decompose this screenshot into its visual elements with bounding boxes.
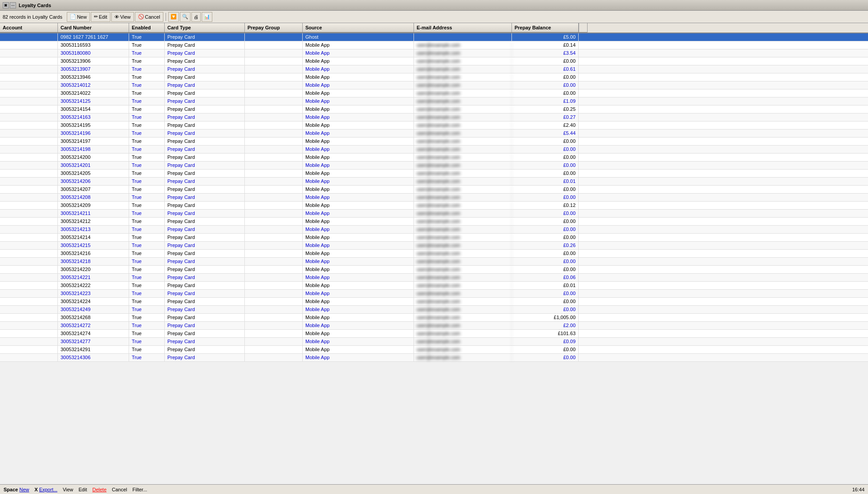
status-export-link[interactable]: Export...	[39, 487, 57, 492]
table-row[interactable]: 30053214196TruePrepay CardMobile Appuser…	[0, 130, 868, 138]
table-row[interactable]: 30053214207TruePrepay CardMobile Appuser…	[0, 186, 868, 194]
table-row[interactable]: 30053214198TruePrepay CardMobile Appuser…	[0, 146, 868, 154]
table-row[interactable]: 30053214224TruePrepay CardMobile Appuser…	[0, 298, 868, 306]
cell-card-type: Prepay Card	[165, 210, 245, 217]
table-row[interactable]: 30053213906TruePrepay CardMobile Appuser…	[0, 57, 868, 65]
table-row[interactable]: 30053214249TruePrepay CardMobile Appuser…	[0, 306, 868, 314]
cell-account	[0, 49, 58, 57]
cell-card-type: Prepay Card	[165, 121, 245, 129]
cell-card-number: 30053214291	[58, 346, 129, 353]
print-icon-btn[interactable]: 🖨	[191, 12, 201, 22]
status-delete-link[interactable]: Delete	[93, 487, 107, 492]
table-row[interactable]: 0982 1627 7261 1627TruePrepay CardGhost£…	[0, 33, 868, 41]
cell-email: user@example.com	[414, 210, 512, 217]
table-row[interactable]: 30053214216TruePrepay CardMobile Appuser…	[0, 250, 868, 258]
table-row[interactable]: 30053214215TruePrepay CardMobile Appuser…	[0, 242, 868, 250]
cell-card-number: 30053214207	[58, 186, 129, 193]
table-row[interactable]: 30053214306TruePrepay CardMobile Appuser…	[0, 354, 868, 362]
cell-card-number: 30053214209	[58, 202, 129, 209]
cell-source: Mobile App	[303, 130, 414, 137]
export-icon-btn[interactable]: 📊	[202, 12, 212, 22]
table-row[interactable]: 30053214212TruePrepay CardMobile Appuser…	[0, 218, 868, 226]
table-row[interactable]: 30053214022TruePrepay CardMobile Appuser…	[0, 89, 868, 97]
col-prepay-group[interactable]: Prepay Group	[245, 23, 303, 32]
cell-account	[0, 33, 58, 41]
table-row[interactable]: 30053214211TruePrepay CardMobile Appuser…	[0, 210, 868, 218]
table-row[interactable]: 30053214163TruePrepay CardMobile Appuser…	[0, 113, 868, 121]
cell-enabled: True	[129, 154, 165, 161]
table-row[interactable]: 30053214201TruePrepay CardMobile Appuser…	[0, 162, 868, 170]
table-row[interactable]: 30053214214TruePrepay CardMobile Appuser…	[0, 234, 868, 242]
table-row[interactable]: 30053214125TruePrepay CardMobile Appuser…	[0, 97, 868, 105]
cell-enabled: True	[129, 266, 165, 273]
table-row[interactable]: 30053214277TruePrepay CardMobile Appuser…	[0, 338, 868, 346]
table-row[interactable]: 30053214222TruePrepay CardMobile Appuser…	[0, 282, 868, 290]
cell-account	[0, 89, 58, 97]
table-row[interactable]: 30053213907TruePrepay CardMobile Appuser…	[0, 65, 868, 73]
table-row[interactable]: 30053214206TruePrepay CardMobile Appuser…	[0, 178, 868, 186]
table-row[interactable]: 30053213946TruePrepay CardMobile Appuser…	[0, 73, 868, 81]
cell-card-type: Prepay Card	[165, 130, 245, 137]
cell-balance: £101.63	[512, 330, 579, 337]
table-row[interactable]: 30053214220TruePrepay CardMobile Appuser…	[0, 266, 868, 274]
status-view-link[interactable]: View	[63, 487, 73, 492]
status-new-link[interactable]: New	[19, 487, 29, 492]
col-source[interactable]: Source	[303, 23, 414, 32]
status-cancel-link[interactable]: Cancel	[112, 487, 127, 492]
cell-account	[0, 154, 58, 161]
col-balance[interactable]: Prepay Balance	[512, 23, 579, 32]
table-row[interactable]: 30053214205TruePrepay CardMobile Appuser…	[0, 170, 868, 178]
col-card-type[interactable]: Card Type	[165, 23, 245, 32]
search-icon-btn[interactable]: 🔍	[180, 12, 191, 22]
table-row[interactable]: 30053214218TruePrepay CardMobile Appuser…	[0, 258, 868, 266]
cell-scroll	[579, 194, 588, 201]
cell-card-type: Prepay Card	[165, 234, 245, 241]
table-row[interactable]: 30053214221TruePrepay CardMobile Appuser…	[0, 274, 868, 282]
status-filter-link[interactable]: Filter...	[133, 487, 147, 492]
cell-scroll	[579, 73, 588, 81]
cell-prepay-group	[245, 242, 303, 249]
table-row[interactable]: 30053214268TruePrepay CardMobile Appuser…	[0, 314, 868, 322]
cell-prepay-group	[245, 338, 303, 345]
cell-account	[0, 330, 58, 337]
window-icon-restore[interactable]: ▣	[3, 2, 9, 8]
cell-account	[0, 314, 58, 321]
cell-card-number: 30053214206	[58, 178, 129, 185]
status-edit-link[interactable]: Edit	[79, 487, 87, 492]
table-container[interactable]: 0982 1627 7261 1627TruePrepay CardGhost£…	[0, 33, 868, 494]
cell-source: Mobile App	[303, 258, 414, 265]
new-button[interactable]: 📄 New	[67, 12, 90, 22]
table-row[interactable]: 30053214209TruePrepay CardMobile Appuser…	[0, 202, 868, 210]
col-email[interactable]: E-mail Address	[414, 23, 512, 32]
filter-icon-btn[interactable]: 🔽	[168, 12, 179, 22]
space-shortcut: Space New	[4, 487, 29, 492]
table-row[interactable]: 30053116593TruePrepay CardMobile Appuser…	[0, 41, 868, 49]
cell-scroll	[579, 170, 588, 177]
table-row[interactable]: 30053214197TruePrepay CardMobile Appuser…	[0, 138, 868, 146]
cell-card-type: Prepay Card	[165, 170, 245, 177]
edit-button[interactable]: ✏ Edit	[91, 12, 110, 22]
cell-balance: £0.00	[512, 298, 579, 305]
cell-card-number: 30053116593	[58, 41, 129, 49]
table-row[interactable]: 30053214274TruePrepay CardMobile Appuser…	[0, 330, 868, 338]
col-card-number[interactable]: Card Number	[58, 23, 129, 32]
table-row[interactable]: 30053214012TruePrepay CardMobile Appuser…	[0, 81, 868, 89]
table-row[interactable]: 30053180080TruePrepay CardMobile Appuser…	[0, 49, 868, 57]
table-row[interactable]: 30053214200TruePrepay CardMobile Appuser…	[0, 154, 868, 162]
cancel-button[interactable]: 🚫 Cancel	[135, 12, 163, 22]
view-button[interactable]: 👁 View	[111, 12, 134, 22]
cell-account	[0, 146, 58, 153]
table-row[interactable]: 30053214291TruePrepay CardMobile Appuser…	[0, 346, 868, 354]
table-row[interactable]: 30053214223TruePrepay CardMobile Appuser…	[0, 290, 868, 298]
table-row[interactable]: 30053214154TruePrepay CardMobile Appuser…	[0, 105, 868, 113]
cell-account	[0, 105, 58, 113]
col-enabled[interactable]: Enabled	[129, 23, 165, 32]
cell-account	[0, 138, 58, 145]
cell-card-number: 30053214216	[58, 250, 129, 257]
table-row[interactable]: 30053214213TruePrepay CardMobile Appuser…	[0, 226, 868, 234]
window-icon-minimize[interactable]: —	[10, 2, 16, 8]
table-row[interactable]: 30053214195TruePrepay CardMobile Appuser…	[0, 121, 868, 130]
table-row[interactable]: 30053214272TruePrepay CardMobile Appuser…	[0, 322, 868, 330]
col-account[interactable]: Account	[0, 23, 58, 32]
table-row[interactable]: 30053214208TruePrepay CardMobile Appuser…	[0, 194, 868, 202]
